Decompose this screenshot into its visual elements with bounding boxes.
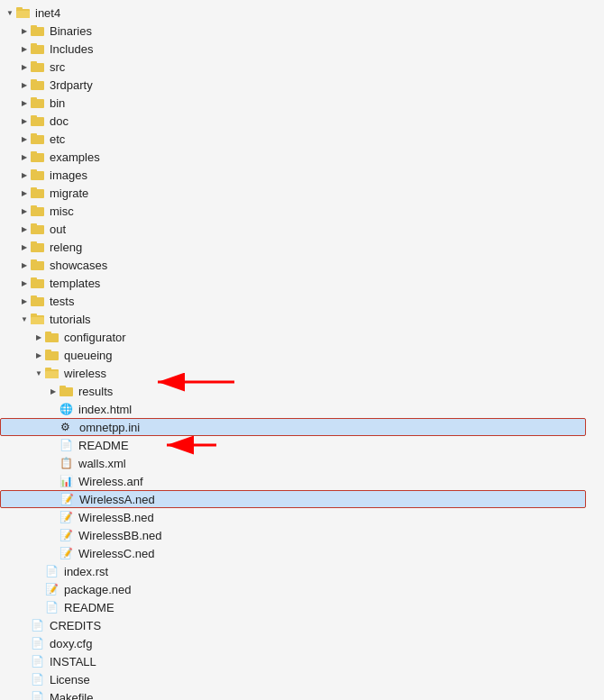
file-icon-walls.xml: 📋 <box>59 457 76 469</box>
file-icon-index.rst: 📄 <box>45 565 61 577</box>
svg-rect-27 <box>31 207 44 216</box>
tree-item-root[interactable]: ▼ inet4 <box>0 4 586 22</box>
tree-item-CREDITS[interactable]: 📄CREDITS <box>0 616 586 634</box>
tree-item-label-README2: README <box>64 601 114 614</box>
tree-item-doc[interactable]: ▶ doc <box>0 112 586 130</box>
tree-item-templates[interactable]: ▶ templates <box>0 274 586 292</box>
tree-item-results[interactable]: ▶ results <box>0 382 586 400</box>
file-icon-wireless <box>45 367 61 379</box>
expand-arrow-configurator[interactable]: ▶ <box>32 333 45 341</box>
tree-item-examples[interactable]: ▶ examples <box>0 148 586 166</box>
svg-rect-28 <box>31 205 37 208</box>
expand-arrow-Includes[interactable]: ▶ <box>18 45 31 53</box>
svg-rect-14 <box>31 79 37 82</box>
tree-item-README2[interactable]: 📄README <box>0 598 586 616</box>
expand-arrow-src[interactable]: ▶ <box>18 63 31 71</box>
file-icon-root <box>16 6 32 19</box>
tree-item-WirelessBB.ned[interactable]: 📝WirelessBB.ned <box>0 526 586 544</box>
tree-item-migrate[interactable]: ▶ migrate <box>0 184 586 202</box>
tree-item-label-queueing: queueing <box>64 349 113 362</box>
expand-arrow-templates[interactable]: ▶ <box>18 279 31 287</box>
expand-arrow-tutorials[interactable]: ▼ <box>18 315 31 323</box>
expand-arrow-etc[interactable]: ▶ <box>18 135 31 143</box>
tree-item-label-wireless: wireless <box>64 367 106 380</box>
tree-item-releng[interactable]: ▶ releng <box>0 238 586 256</box>
tree-item-index.rst[interactable]: 📄index.rst <box>0 562 586 580</box>
tree-item-src[interactable]: ▶ src <box>0 58 586 76</box>
tree-item-3rdparty[interactable]: ▶ 3rdparty <box>0 76 586 94</box>
tree-item-label-examples: examples <box>50 150 100 164</box>
tree-item-WirelessA.ned[interactable]: 📝WirelessA.ned <box>0 490 586 508</box>
tree-item-tutorials[interactable]: ▼ tutorials <box>0 310 586 328</box>
tree-item-package.ned[interactable]: 📝package.ned <box>0 580 586 598</box>
tree-item-Makefile[interactable]: 📄Makefile <box>0 688 586 700</box>
expand-arrow-root[interactable]: ▼ <box>4 9 16 17</box>
expand-arrow-Binaries[interactable]: ▶ <box>18 27 31 35</box>
tree-item-WirelessB.ned[interactable]: 📝WirelessB.ned <box>0 508 586 526</box>
svg-rect-37 <box>31 297 44 306</box>
tree-item-License[interactable]: 📄License <box>0 670 586 688</box>
tree-item-WirelessC.ned[interactable]: 📝WirelessC.ned <box>0 544 586 562</box>
svg-rect-48 <box>45 371 59 378</box>
svg-rect-33 <box>31 261 44 270</box>
svg-rect-19 <box>31 135 44 144</box>
tree-item-Wireless.anf[interactable]: 📊Wireless.anf <box>0 472 586 490</box>
tree-item-etc[interactable]: ▶ etc <box>0 130 586 148</box>
tree-item-label-index.rst: index.rst <box>64 565 108 578</box>
tree-item-label-results: results <box>78 385 113 398</box>
tree-item-omnetpp.ini[interactable]: ⚙omnetpp.ini <box>0 418 586 436</box>
file-icon-WirelessA.ned: 📝 <box>60 493 77 505</box>
tree-item-README[interactable]: 📄README <box>0 436 586 454</box>
file-icon-showcases <box>31 259 47 271</box>
file-icon-templates <box>31 277 47 289</box>
tree-item-Binaries[interactable]: ▶ Binaries <box>0 22 586 40</box>
tree-item-doxy.cfg[interactable]: 📄doxy.cfg <box>0 634 586 652</box>
svg-rect-10 <box>31 43 37 46</box>
expand-arrow-images[interactable]: ▶ <box>18 171 31 179</box>
expand-arrow-3rdparty[interactable]: ▶ <box>18 81 31 89</box>
expand-arrow-tests[interactable]: ▶ <box>18 297 31 305</box>
tree-item-queueing[interactable]: ▶ queueing <box>0 346 586 364</box>
svg-rect-7 <box>31 27 44 36</box>
tree-item-tests[interactable]: ▶ tests <box>0 292 586 310</box>
file-icon-queueing <box>45 349 61 361</box>
expand-arrow-out[interactable]: ▶ <box>18 225 31 233</box>
tree-item-showcases[interactable]: ▶ showcases <box>0 256 586 274</box>
expand-arrow-misc[interactable]: ▶ <box>18 207 31 215</box>
expand-arrow-bin[interactable]: ▶ <box>18 99 31 107</box>
svg-rect-32 <box>31 241 37 244</box>
tree-item-misc[interactable]: ▶ misc <box>0 202 586 220</box>
svg-rect-41 <box>31 317 44 324</box>
tree-item-label-tutorials: tutorials <box>50 313 91 326</box>
expand-arrow-releng[interactable]: ▶ <box>18 243 31 251</box>
expand-arrow-doc[interactable]: ▶ <box>18 117 31 125</box>
file-icon-index.html: 🌐 <box>59 403 76 415</box>
svg-rect-15 <box>31 99 44 108</box>
tree-item-Includes[interactable]: ▶ Includes <box>0 40 586 58</box>
tree-item-images[interactable]: ▶ images <box>0 166 586 184</box>
svg-rect-24 <box>31 169 37 172</box>
expand-arrow-queueing[interactable]: ▶ <box>32 351 45 359</box>
file-icon-package.ned: 📝 <box>45 583 61 595</box>
expand-arrow-results[interactable]: ▶ <box>47 387 59 395</box>
tree-item-label-walls.xml: walls.xml <box>78 457 126 470</box>
file-icon-results <box>59 385 76 397</box>
tree-item-configurator[interactable]: ▶ configurator <box>0 328 586 346</box>
tree-item-label-out: out <box>50 223 66 236</box>
tree-item-label-package.ned: package.ned <box>64 583 131 596</box>
expand-arrow-migrate[interactable]: ▶ <box>18 189 31 197</box>
tree-item-label-releng: releng <box>50 241 82 254</box>
svg-rect-50 <box>59 386 66 388</box>
expand-arrow-examples[interactable]: ▶ <box>18 153 31 161</box>
tree-item-wireless[interactable]: ▼ wireless <box>0 364 586 382</box>
expand-arrow-wireless[interactable]: ▼ <box>32 369 45 377</box>
tree-item-walls.xml[interactable]: 📋walls.xml <box>0 454 586 472</box>
svg-rect-23 <box>31 171 44 180</box>
tree-item-INSTALL[interactable]: 📄INSTALL <box>0 652 586 670</box>
tree-item-index.html[interactable]: 🌐index.html <box>0 400 586 418</box>
tree-item-bin[interactable]: ▶ bin <box>0 94 586 112</box>
svg-rect-12 <box>31 61 37 64</box>
expand-arrow-showcases[interactable]: ▶ <box>18 261 31 269</box>
tree-item-out[interactable]: ▶ out <box>0 220 586 238</box>
svg-rect-40 <box>31 314 37 316</box>
